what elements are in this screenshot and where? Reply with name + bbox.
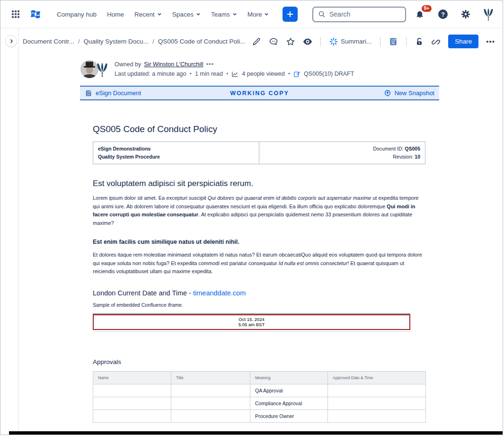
page-title: QS005 Code of Conduct Policy [93, 124, 425, 134]
copy-link-button[interactable] [429, 35, 443, 49]
approvals-table: Name Title Meaning Approved Date & Time … [93, 371, 426, 423]
owned-by-line: Owned by Sir Winston L'Churchill ••• [115, 60, 354, 69]
document-id-label: Document ID: [373, 146, 405, 151]
breadcrumb-item-space[interactable]: Document Contr... [23, 38, 74, 45]
share-button[interactable]: Share [448, 35, 478, 48]
owner-more-button[interactable]: ••• [206, 60, 214, 69]
embedded-iframe[interactable]: Oct 15, 2024 5:05 am BST [93, 314, 410, 330]
chevron-down-icon [264, 12, 269, 17]
breadcrumb-item-folder[interactable]: Quality System Docu... [84, 38, 149, 45]
chevron-down-icon [157, 12, 162, 17]
menu-label: Teams [211, 11, 230, 18]
esign-document-label: eSign Document [96, 89, 141, 97]
menu-label: Spaces [172, 11, 194, 18]
search-bar[interactable] [312, 7, 406, 22]
table-row: Procedure Owner [93, 409, 426, 422]
create-button[interactable] [283, 7, 298, 22]
esign-app-button[interactable] [386, 35, 400, 49]
star-icon [286, 37, 295, 46]
question-mark-icon: ? [437, 9, 449, 20]
toolbar-divider [406, 37, 407, 46]
timeanddate-link[interactable]: timeanddate.com [193, 289, 246, 297]
comments-button[interactable] [266, 35, 281, 49]
grid-icon [11, 10, 20, 18]
esign-document-link[interactable]: eSign Document [85, 89, 201, 97]
nav-right-group: 9+ ? [312, 6, 496, 22]
page-toolbar: Summari... Share ••• [249, 35, 498, 49]
dot-separator: • [190, 70, 192, 79]
profile-avatar[interactable] [481, 7, 496, 22]
help-button[interactable]: ? [435, 7, 451, 22]
confluence-home-button[interactable] [28, 7, 43, 22]
more-actions-button[interactable]: ••• [483, 36, 498, 47]
breadcrumb-separator: / [78, 38, 80, 45]
section-heading-1: Est voluptatem adipisci sit perspiciatis… [93, 179, 425, 188]
owner-avatars [80, 59, 110, 79]
restrictions-button[interactable] [412, 35, 426, 49]
chevron-down-icon [196, 12, 201, 17]
unlock-icon [415, 37, 424, 46]
owner-block: Owned by Sir Winston L'Churchill ••• Las… [80, 59, 503, 79]
chevron-down-icon [232, 12, 237, 17]
document-content: QS005 Code of Conduct Policy eSign Demon… [93, 124, 425, 431]
menu-label: Company hub [57, 11, 97, 18]
new-snapshot-link[interactable]: New Snapshot [318, 89, 434, 97]
window-bottom-edge [9, 431, 503, 435]
toolbar-divider [320, 37, 321, 46]
table-header-row: Name Title Meaning Approved Date & Time [93, 371, 426, 384]
revision-label: Revision: [393, 154, 415, 160]
watch-button[interactable] [301, 35, 315, 49]
breadcrumb-item-page[interactable]: QS005 Code of Conduct Poli... [158, 38, 246, 45]
chevron-right-icon [9, 39, 14, 44]
table-row: Compliance Approval [93, 397, 426, 409]
people-viewed-link[interactable]: 4 people viewed [242, 70, 284, 79]
settings-button[interactable] [458, 7, 473, 22]
doc-status-text: QS005(10) DRAFT [304, 70, 354, 79]
page-body: Document Contr... / Quality System Docu.… [0, 28, 503, 435]
summarize-label: Summari... [341, 38, 371, 45]
app-switcher-button[interactable] [8, 7, 23, 22]
menu-company-hub[interactable]: Company hub [53, 8, 101, 21]
owner-name-link[interactable]: Sir Winston L'Churchill [144, 60, 203, 69]
iframe-date-text: Oct 15, 2024 [239, 317, 264, 322]
section-heading-london-time: London Current Date and Time - timeandda… [93, 289, 425, 297]
summarize-button[interactable]: Summari... [327, 36, 374, 48]
table-cell: Procedure Owner [250, 409, 328, 422]
column-header: Meaning [250, 371, 328, 384]
column-header: Name [93, 371, 171, 384]
favorite-button[interactable] [283, 35, 298, 49]
column-header: Title [171, 371, 250, 384]
top-navigation: Company hub Home Recent Spaces Teams Mor… [0, 0, 503, 28]
plus-icon [286, 10, 294, 18]
gear-icon [460, 9, 471, 19]
info-left-cell: eSign Demonstrations Quality System Proc… [93, 142, 259, 164]
org-line: eSign Demonstrations [98, 145, 254, 153]
table-row: QA Approval [93, 384, 426, 397]
org-line: Quality System Procedure [98, 153, 254, 161]
table-cell [93, 397, 171, 409]
dot-separator: • [226, 70, 228, 79]
new-snapshot-label: New Snapshot [394, 89, 434, 97]
menu-spaces[interactable]: Spaces [168, 8, 205, 21]
ai-sparkle-icon [329, 37, 338, 46]
menu-recent[interactable]: Recent [130, 8, 166, 21]
analytics-chart-icon [231, 71, 239, 78]
table-cell: Compliance Approval [250, 397, 328, 409]
breadcrumb: Document Contr... / Quality System Docu.… [23, 38, 245, 45]
owner-meta: Owned by Sir Winston L'Churchill ••• Las… [115, 59, 354, 79]
notifications-button[interactable]: 9+ [414, 6, 428, 22]
heading-text: London Current Date and Time - [93, 289, 193, 297]
menu-home[interactable]: Home [103, 8, 128, 21]
menu-teams[interactable]: Teams [207, 8, 241, 21]
document-id-value: QS005 [405, 146, 420, 151]
nav-left-group: Company hub Home Recent Spaces Teams Mor… [8, 7, 298, 22]
search-input[interactable] [329, 10, 396, 18]
section-heading-2: Est enim facilis cum similique natus ut … [93, 239, 425, 245]
menu-more[interactable]: More [243, 8, 274, 21]
paragraph-2: Et dolores itaque rem molestiae minimaes… [93, 251, 425, 276]
edit-button[interactable] [249, 35, 264, 49]
expand-sidebar-button[interactable] [5, 35, 17, 47]
tulip-logo-icon [482, 7, 495, 22]
revision-line: Revision: 10 [264, 153, 420, 161]
menu-label: Home [107, 11, 124, 18]
